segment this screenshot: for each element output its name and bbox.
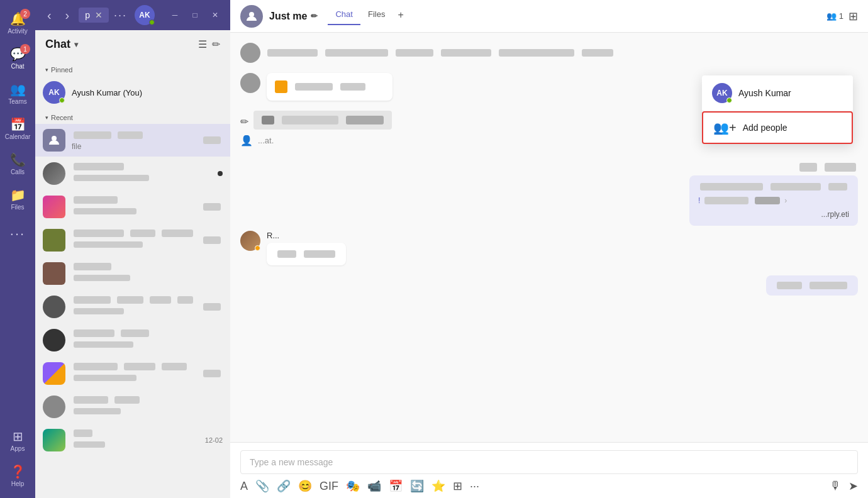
message-input[interactable]: Type a new message bbox=[240, 450, 858, 474]
sticker-icon[interactable]: 🎭 bbox=[346, 479, 360, 493]
people-count-button[interactable]: 👥 1 bbox=[826, 11, 843, 21]
nav-item-teams[interactable]: 👥 Teams bbox=[0, 75, 35, 111]
more-composer-icon[interactable]: ··· bbox=[470, 480, 479, 493]
dictate-button[interactable]: 🎙 bbox=[830, 479, 841, 493]
right-bubble-row: ! › ...rply.eti bbox=[240, 175, 858, 226]
recent-chat-item-9[interactable]: 12-02 bbox=[35, 423, 230, 456]
msg-avatar bbox=[240, 73, 260, 93]
compose-icon[interactable]: ✏ bbox=[212, 38, 220, 50]
recent-chat-item-5[interactable] bbox=[35, 290, 230, 323]
schedule-icon[interactable]: 📅 bbox=[389, 479, 403, 493]
avatar: AK bbox=[43, 81, 65, 104]
main-content: Just me ✏ Chat Files + 👥 1 ⊞ bbox=[230, 0, 868, 498]
minimize-button[interactable]: ─ bbox=[167, 8, 182, 23]
blurred-name2 bbox=[130, 230, 155, 237]
recent-chat-item-1[interactable] bbox=[35, 157, 230, 190]
attach-icon[interactable]: 📎 bbox=[255, 479, 269, 493]
blurred-preview bbox=[74, 175, 149, 181]
blurred-preview bbox=[74, 275, 130, 281]
praise-icon[interactable]: ⭐ bbox=[431, 479, 445, 493]
files-icon: 📁 bbox=[10, 187, 26, 202]
pinned-chat-item-ayush[interactable]: AK Ayush Kumar (You) bbox=[35, 76, 230, 109]
maximize-button[interactable]: □ bbox=[187, 8, 203, 23]
blurred-icon bbox=[275, 80, 287, 93]
back-arrow[interactable]: ‹ bbox=[43, 6, 56, 24]
recent-chat-item-4[interactable] bbox=[35, 257, 230, 290]
loop-icon[interactable]: 🔄 bbox=[410, 479, 424, 493]
chat-info bbox=[72, 395, 223, 418]
avatar bbox=[43, 196, 65, 218]
recent-chat-item-7[interactable] bbox=[35, 357, 230, 390]
nav-item-files[interactable]: 📁 Files bbox=[0, 181, 35, 216]
recent-chat-item-2[interactable] bbox=[35, 190, 230, 223]
chat-meta bbox=[201, 302, 223, 312]
recent-chat-item-8[interactable] bbox=[35, 390, 230, 423]
avatar bbox=[43, 129, 65, 152]
format-icon[interactable]: A bbox=[240, 480, 248, 493]
nav-item-calls[interactable]: 📞 Calls bbox=[0, 146, 35, 181]
forward-arrow[interactable]: › bbox=[61, 6, 74, 24]
blurred-text bbox=[499, 49, 574, 57]
apps-icon: ⊞ bbox=[13, 429, 23, 444]
nav-item-apps[interactable]: ⊞ Apps bbox=[0, 423, 35, 458]
edit-name-icon[interactable]: ✏ bbox=[311, 11, 318, 21]
user-initials: AK bbox=[139, 11, 150, 19]
nav-item-activity[interactable]: 🔔 Activity 2 bbox=[0, 5, 35, 40]
chat-group-avatar bbox=[240, 5, 263, 28]
blurred-preview bbox=[74, 208, 136, 214]
recent-chat-item-3[interactable] bbox=[35, 223, 230, 257]
user-system-icon: 👤 bbox=[240, 135, 253, 147]
gif-icon[interactable]: GIF bbox=[320, 480, 338, 493]
avatar bbox=[43, 229, 65, 252]
send-button[interactable]: ➤ bbox=[849, 479, 858, 493]
search-bar[interactable]: p ✕ bbox=[79, 8, 109, 23]
blurred bbox=[825, 163, 856, 172]
activity-badge: 2 bbox=[20, 9, 30, 19]
tab-files[interactable]: Files bbox=[360, 7, 392, 25]
nav-item-calendar[interactable]: 📅 Calendar bbox=[0, 111, 35, 146]
recent-chat-item-6[interactable] bbox=[35, 323, 230, 357]
meet-icon[interactable]: 📹 bbox=[367, 479, 381, 493]
tab-add-button[interactable]: + bbox=[392, 7, 408, 25]
popup-user-row: AK Ayush Kumar bbox=[702, 75, 853, 111]
nav-more-button[interactable]: ··· bbox=[0, 221, 35, 246]
chat-info bbox=[72, 262, 223, 285]
tab-chat[interactable]: Chat bbox=[328, 7, 360, 25]
filter-icon[interactable]: ☰ bbox=[198, 38, 207, 50]
search-value: p bbox=[85, 10, 90, 20]
link-icon[interactable]: 🔗 bbox=[277, 479, 291, 493]
emoji-icon[interactable]: 😊 bbox=[298, 479, 312, 493]
blurred bbox=[799, 163, 817, 172]
close-button[interactable]: ✕ bbox=[208, 8, 223, 23]
chat-options-button[interactable]: ⊞ bbox=[849, 9, 858, 23]
svg-point-1 bbox=[249, 12, 254, 17]
nav-item-help[interactable]: ❓ Help bbox=[0, 458, 35, 493]
reply-text: ...rply.eti bbox=[821, 210, 849, 219]
left-message-row-2: R... bbox=[240, 231, 858, 265]
blurred-preview bbox=[74, 308, 124, 314]
add-people-button[interactable]: 👥+ Add people bbox=[702, 111, 853, 144]
system-text: ...at. bbox=[258, 136, 274, 145]
sidebar-title: Chat ▾ bbox=[45, 38, 78, 51]
svg-point-0 bbox=[52, 136, 57, 141]
blurred-name bbox=[74, 329, 114, 337]
user-avatar-button[interactable]: AK bbox=[135, 5, 155, 25]
blurred-name2 bbox=[117, 296, 143, 304]
blurred bbox=[262, 116, 274, 124]
extension-icon[interactable]: ⊞ bbox=[453, 479, 462, 493]
composer-toolbar: A 📎 🔗 😊 GIF 🎭 📹 📅 🔄 ⭐ ⊞ ··· 🎙 ➤ bbox=[240, 479, 858, 493]
nav-item-chat[interactable]: 💬 Chat 1 bbox=[0, 40, 35, 75]
more-options-button[interactable]: ··· bbox=[114, 9, 127, 22]
blurred-preview bbox=[74, 241, 143, 248]
blurred-text bbox=[396, 49, 433, 57]
sidebar-chevron-icon[interactable]: ▾ bbox=[74, 40, 78, 49]
blurred-badge bbox=[203, 136, 221, 144]
search-clear-button[interactable]: ✕ bbox=[95, 10, 103, 20]
avatar bbox=[43, 162, 65, 185]
recent-chat-item-0[interactable]: file bbox=[35, 124, 230, 157]
avatar bbox=[43, 396, 65, 418]
people-icon: 👥 bbox=[826, 11, 837, 21]
blurred-time bbox=[203, 303, 221, 311]
sidebar-header: Chat ▾ ☰ ✏ bbox=[35, 30, 230, 58]
blurred bbox=[777, 282, 802, 289]
